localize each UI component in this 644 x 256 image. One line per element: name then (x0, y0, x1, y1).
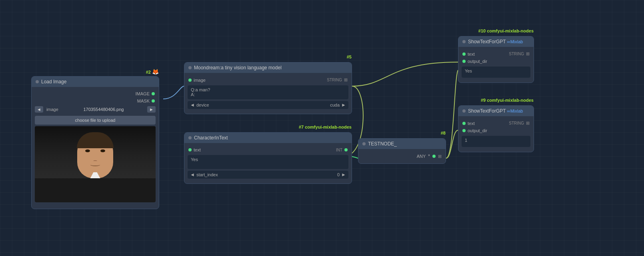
text-input-port: text (462, 52, 475, 56)
output-dir-port: output_dir (462, 128, 487, 133)
node-badge-7: #7 comfyui-mixlab-nodes (299, 125, 352, 129)
hair (77, 132, 114, 148)
upload-button[interactable]: choose file to upload (35, 116, 156, 125)
input-image-dot (188, 79, 192, 82)
header-dot (188, 136, 192, 139)
output-mask-label: MASK (137, 99, 150, 103)
show9-header: ShowTextForGPT ∞Mixlab (458, 106, 534, 116)
node-body: ANY * ⊞ (358, 149, 446, 163)
node-body: text STRING ⊞ output_dir 1 (458, 116, 534, 152)
any-label: ANY (417, 154, 426, 159)
node-badge-9: #9 comfyui-mixlab-nodes (481, 98, 534, 103)
grid-icon: ⊞ (526, 121, 530, 126)
grid-icon: ⊞ (344, 77, 348, 83)
output-dir-label: output_dir (468, 128, 487, 133)
asterisk: * (428, 153, 430, 159)
text-dot (188, 148, 192, 151)
string-type: STRING (509, 52, 524, 56)
node-body: text INT Yes ◄ start_index 0 ► (184, 143, 352, 183)
test-header: TESTNODE_ (358, 139, 446, 149)
node-badge-5: #5 (347, 54, 352, 59)
output-image-dot (152, 92, 155, 95)
text-dot (462, 122, 466, 125)
load-image-header: Load Image (32, 77, 159, 87)
node-badge-2: #2 🦊 (146, 69, 159, 75)
load-image-node: #2 🦊 Load Image IMAGE MASK ◄ (31, 76, 159, 209)
char-header: CharacterInText (184, 133, 352, 143)
output-mask-row: MASK (32, 97, 159, 105)
start-index-value: 0 (337, 172, 340, 177)
image-preview (35, 126, 156, 202)
node-title: ShowTextForGPT ∞Mixlab (468, 39, 523, 44)
device-label: device (195, 103, 330, 107)
output-image-port: IMAGE (136, 91, 155, 96)
image-label: image (45, 107, 60, 112)
header-dot (188, 66, 192, 69)
text-output-9: 1 (462, 136, 530, 147)
node-title: Load Image (41, 79, 66, 85)
show-text-9-node: #9 comfyui-mixlab-nodes ShowTextForGPT ∞… (458, 105, 534, 152)
char-in-text-node: #7 comfyui-mixlab-nodes CharacterInText … (184, 132, 352, 184)
output-dir-row: output_dir (458, 58, 534, 65)
mixlab-brand: ∞Mixlab (507, 109, 523, 113)
person-image (35, 126, 156, 202)
moondream-node: #5 Moondream:a tiny vision language mode… (184, 62, 352, 114)
text-port-row: text STRING ⊞ (458, 50, 534, 58)
output-string-port: STRING ⊞ (327, 77, 348, 83)
text-label: text (468, 121, 475, 126)
node-badge-10: #10 comfyui-mixlab-nodes (478, 28, 534, 33)
shirt (35, 178, 156, 202)
input-image-row: image STRING ⊞ (184, 76, 352, 84)
input-image-port: image (188, 78, 206, 83)
output-dir-row: output_dir (458, 127, 534, 134)
next-index-button[interactable]: ► (341, 172, 346, 177)
text-input-port: text (462, 121, 475, 126)
node-body: image STRING ⊞ Q:a man? A: ◄ device cuda… (184, 73, 352, 114)
moondream-text-area[interactable]: Q:a man? A: (188, 85, 348, 99)
grid-icon: ⊞ (526, 51, 530, 56)
any-dot (432, 155, 436, 158)
start-index-row: ◄ start_index 0 ► (188, 171, 348, 179)
nose (93, 156, 97, 161)
moondream-header: Moondream:a tiny vision language model (184, 62, 352, 73)
device-value: cuda (330, 103, 340, 107)
show-text-10-node: #10 comfyui-mixlab-nodes ShowTextForGPT … (458, 36, 534, 83)
output-port: STRING ⊞ (509, 121, 530, 126)
next-device-button[interactable]: ► (341, 102, 346, 108)
text-label: text (194, 147, 201, 152)
header-dot (462, 109, 466, 113)
any-port-row: ANY * ⊞ (358, 152, 446, 160)
text-port-row: text INT (184, 146, 352, 153)
node-title: Moondream:a tiny vision language model (194, 65, 282, 71)
start-index-label: start_index (195, 172, 337, 177)
eye-left (85, 149, 90, 152)
int-output-port: INT (336, 148, 348, 152)
output-int-dot (344, 148, 348, 151)
grid-icon: ⊞ (438, 154, 442, 159)
mouth (90, 163, 100, 166)
node-badge-8: #8 (441, 131, 446, 135)
device-row: ◄ device cuda ► (188, 101, 348, 109)
text-port-row: text STRING ⊞ (458, 119, 534, 127)
image-controls: ◄ image 1703554480406.png ► (32, 105, 159, 114)
output-image-row: IMAGE (32, 90, 159, 97)
node-title: CharacterInText (194, 135, 228, 141)
header-dot (462, 40, 466, 43)
string-type: STRING (509, 121, 524, 125)
prev-device-button[interactable]: ◄ (190, 102, 195, 108)
int-type: INT (336, 148, 342, 152)
output-dir-dot (462, 129, 466, 132)
prev-image-button[interactable]: ◄ (35, 106, 43, 113)
node-body: IMAGE MASK ◄ image 1703554480406.png ► c… (32, 87, 159, 209)
text-dot (462, 52, 466, 56)
prev-index-button[interactable]: ◄ (190, 172, 195, 177)
show10-header: ShowTextForGPT ∞Mixlab (458, 36, 534, 47)
output-dir-label: output_dir (468, 59, 487, 64)
eye-right (100, 149, 105, 152)
output-mask-port: MASK (137, 99, 155, 103)
next-image-button[interactable]: ► (147, 106, 156, 113)
char-text-area[interactable]: Yes (188, 155, 348, 169)
output-type: STRING (327, 78, 342, 82)
test-node: #8 TESTNODE_ ANY * ⊞ (358, 138, 446, 164)
text-label: text (468, 52, 475, 56)
